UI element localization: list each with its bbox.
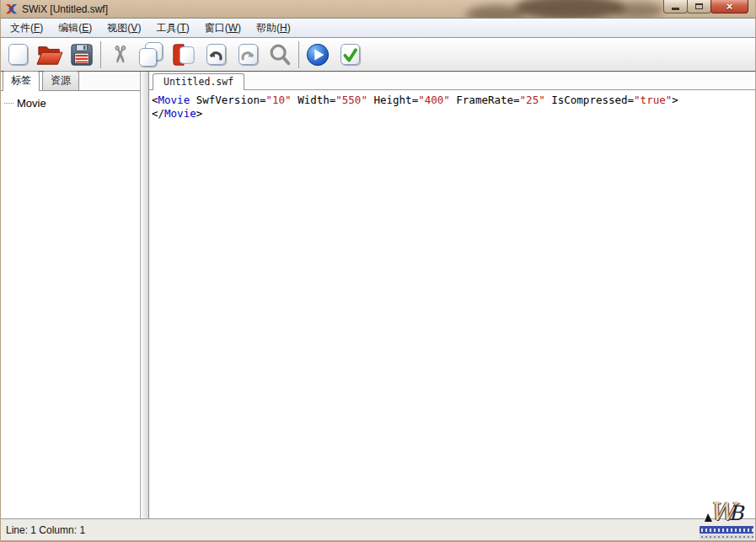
new-file-button[interactable] [2, 39, 34, 71]
play-circle-icon [305, 42, 330, 67]
close-button[interactable]: × [710, 0, 748, 13]
check-mark-icon [340, 44, 360, 65]
menu-item-view[interactable]: 视图(V) [99, 19, 148, 38]
toolbar-separator [100, 41, 101, 68]
main-area: 标签 资源 Movie Untitled.swf <Movie SwfVersi… [1, 72, 755, 518]
editor-panel: Untitled.swf <Movie SwfVersion="10" Widt… [149, 72, 755, 518]
tag-tree: Movie [1, 91, 140, 518]
editor-tabs: Untitled.swf [149, 72, 755, 90]
cursor-position-text: Line: 1 Column: 1 [6, 524, 85, 536]
redo-button[interactable] [232, 39, 264, 71]
sidebar: 标签 资源 Movie [1, 72, 141, 518]
minimize-icon [672, 8, 679, 10]
window-controls: × [664, 0, 748, 13]
cut-scissors-icon: ✂ [109, 45, 131, 64]
minimize-button[interactable] [663, 0, 688, 13]
maximize-button[interactable] [687, 0, 711, 13]
undo-arrow-icon [206, 44, 226, 65]
toolbar: ✂ [1, 38, 755, 72]
copy-pages-icon [139, 42, 164, 67]
cut-button[interactable]: ✂ [104, 39, 136, 71]
sidebar-tabs: 标签 资源 [1, 72, 140, 91]
sidebar-tab-tags[interactable]: 标签 [3, 71, 40, 91]
swix-x-icon[interactable] [5, 3, 18, 15]
titlebar[interactable]: SWiX [Untitled.swf] × [1, 0, 755, 19]
menu-item-edit[interactable]: 编辑(E) [51, 19, 99, 38]
save-floppy-icon [69, 42, 94, 67]
undo-button[interactable] [200, 39, 232, 71]
toolbar-separator [298, 41, 299, 68]
titlebar-glass-background [1, 0, 755, 18]
code-area[interactable]: <Movie SwfVersion="10" Width="550" Heigh… [149, 90, 755, 518]
panel-splitter[interactable] [141, 72, 149, 518]
tree-item-movie[interactable]: Movie [4, 97, 137, 110]
run-button[interactable] [302, 39, 334, 71]
validate-button[interactable] [334, 39, 366, 71]
tree-item-label: Movie [17, 97, 46, 110]
new-file-icon [8, 44, 28, 65]
open-folder-icon [36, 42, 63, 67]
code-line: </Movie> [152, 107, 753, 121]
copy-button[interactable] [136, 39, 168, 71]
menu-item-file[interactable]: 文件(F) [3, 19, 51, 38]
statusbar: Line: 1 Column: 1 [1, 518, 755, 540]
sidebar-tab-resources[interactable]: 资源 [42, 71, 79, 90]
save-button[interactable] [66, 39, 98, 71]
find-button[interactable] [264, 39, 296, 71]
menubar: 文件(F) 编辑(E) 视图(V) 工具(T) 窗口(W) 帮助(H) [1, 19, 755, 38]
editor-tab-untitled[interactable]: Untitled.swf [153, 73, 244, 90]
menu-item-help[interactable]: 帮助(H) [249, 19, 298, 38]
paste-button[interactable] [168, 39, 200, 71]
paste-icon [171, 42, 196, 67]
menu-item-window[interactable]: 窗口(W) [197, 19, 249, 38]
code-line: <Movie SwfVersion="10" Width="550" Heigh… [152, 94, 753, 107]
window-title: SWiX [Untitled.swf] [22, 3, 108, 15]
maximize-icon [695, 3, 703, 9]
search-magnifier-icon [267, 42, 292, 67]
open-button[interactable] [34, 39, 66, 71]
redo-arrow-icon [239, 44, 258, 65]
app-window: SWiX [Untitled.swf] × 文件(F) 编辑(E) 视图(V) … [0, 0, 756, 542]
menu-item-tools[interactable]: 工具(T) [148, 19, 196, 38]
tree-connector [4, 103, 13, 104]
close-icon: × [727, 1, 733, 12]
